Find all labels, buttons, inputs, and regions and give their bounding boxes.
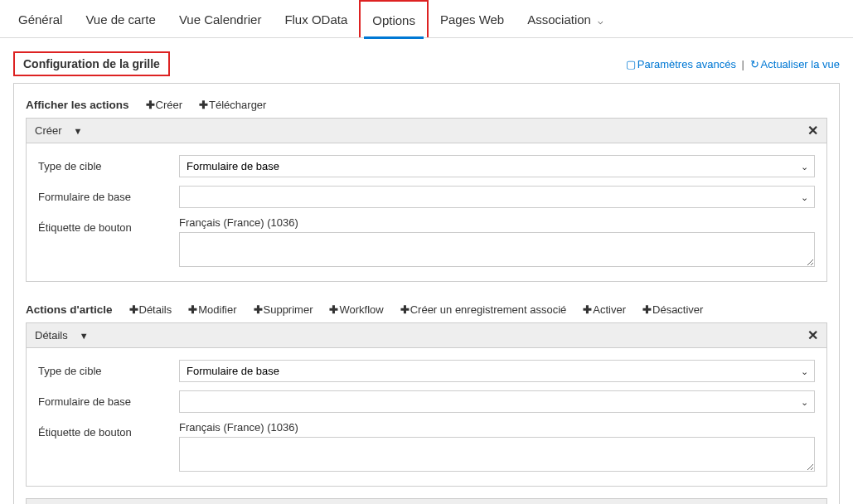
plus-icon: ✚ <box>400 303 410 316</box>
main-content: Configuration de la grille ▢Paramètres a… <box>0 51 853 504</box>
form-row-button-label: Étiquette de bouton Français (France) (1… <box>38 216 815 269</box>
plus-icon: ✚ <box>146 99 155 111</box>
tab-map[interactable]: Vue de carte <box>74 1 167 36</box>
view-actions-title: Afficher les actions <box>26 99 129 111</box>
details-collapse-title: Détails <box>35 329 68 342</box>
form-row-base-form: Formulaire de base ⌄ <box>38 186 815 208</box>
add-activate-label: Activer <box>593 303 626 316</box>
form-row-target-type: Type de cible ⌄ <box>38 155 815 177</box>
add-details-button[interactable]: ✚Détails <box>129 303 172 316</box>
target-type-label-2: Type de cible <box>38 360 179 377</box>
plus-icon: ✚ <box>188 303 197 316</box>
plus-icon: ✚ <box>583 303 592 316</box>
add-download-label: Télécharger <box>209 99 266 111</box>
button-label-label: Étiquette de bouton <box>38 216 179 234</box>
add-create-assoc-button[interactable]: ✚Créer un enregistrement associé <box>400 303 567 316</box>
base-form-label: Formulaire de base <box>38 186 179 203</box>
caret-down-icon: ▼ <box>80 331 89 341</box>
tab-bar: Général Vue de carte Vue Calendrier Flux… <box>0 0 853 38</box>
add-deactivate-button[interactable]: ✚Désactiver <box>642 303 703 316</box>
plus-icon: ✚ <box>129 303 138 316</box>
view-actions-row: Afficher les actions ✚Créer ✚Télécharger <box>26 99 827 111</box>
form-row-button-label-2: Étiquette de bouton Français (France) (1… <box>38 421 815 474</box>
refresh-view-label: Actualiser la vue <box>761 58 840 70</box>
refresh-icon: ↻ <box>750 58 759 70</box>
plus-icon: ✚ <box>199 99 208 111</box>
item-actions-title: Actions d'article <box>26 303 113 316</box>
add-download-button[interactable]: ✚Télécharger <box>199 99 266 111</box>
plus-icon: ✚ <box>642 303 652 316</box>
add-create-assoc-label: Créer un enregistrement associé <box>410 303 567 316</box>
config-panel: Afficher les actions ✚Créer ✚Télécharger… <box>13 83 840 504</box>
settings-box-icon: ▢ <box>626 58 636 70</box>
add-workflow-label: Workflow <box>339 303 383 316</box>
add-create-label: Créer <box>156 99 183 111</box>
tab-association-label: Association <box>527 12 591 27</box>
button-label-textarea-2[interactable] <box>179 437 815 472</box>
language-label-2: Français (France) (1036) <box>179 421 815 434</box>
create-collapse-body: Type de cible ⌄ Formulaire de base ⌄ Éti… <box>26 143 827 282</box>
tab-association[interactable]: Association ⌵ <box>516 1 615 36</box>
base-form-select[interactable] <box>179 186 815 208</box>
caret-down-icon: ▼ <box>74 126 83 136</box>
item-actions-row: Actions d'article ✚Détails ✚Modifier ✚Su… <box>26 303 827 316</box>
advanced-settings-label: Paramètres avancés <box>637 58 736 70</box>
tab-options[interactable]: Options <box>359 0 429 37</box>
add-delete-label: Supprimer <box>264 303 313 316</box>
header-links: ▢Paramètres avancés | ↻Actualiser la vue <box>626 58 840 70</box>
target-type-select-2[interactable] <box>179 360 815 382</box>
close-icon[interactable]: ✕ <box>807 123 818 138</box>
tab-odata[interactable]: Flux OData <box>273 1 359 36</box>
separator: | <box>742 58 744 70</box>
target-type-select[interactable] <box>179 155 815 177</box>
tab-calendar[interactable]: Vue Calendrier <box>167 1 274 36</box>
grid-config-heading: Configuration de la grille <box>13 51 170 76</box>
add-delete-button[interactable]: ✚Supprimer <box>254 303 313 316</box>
add-activate-button[interactable]: ✚Activer <box>583 303 626 316</box>
create-collapse-header[interactable]: Créer ▼ ✕ <box>26 118 827 143</box>
close-icon[interactable]: ✕ <box>807 327 818 343</box>
form-row-target-type-2: Type de cible ⌄ <box>38 360 815 382</box>
button-label-textarea[interactable] <box>179 232 815 267</box>
details-collapse-body: Type de cible ⌄ Formulaire de base ⌄ Éti… <box>26 348 827 487</box>
replace-columns-bar[interactable]: Remplacer les attributs de colonne ▶ <box>26 498 827 504</box>
add-modify-button[interactable]: ✚Modifier <box>188 303 236 316</box>
form-row-base-form-2: Formulaire de base ⌄ <box>38 390 815 413</box>
add-deactivate-label: Désactiver <box>652 303 703 316</box>
tab-general[interactable]: Général <box>7 1 74 36</box>
button-label-label-2: Étiquette de bouton <box>38 421 179 439</box>
refresh-view-link[interactable]: ↻Actualiser la vue <box>750 58 840 70</box>
add-details-label: Détails <box>139 303 172 316</box>
language-label: Français (France) (1036) <box>179 216 815 229</box>
add-create-button[interactable]: ✚Créer <box>146 99 183 111</box>
tab-webpages[interactable]: Pages Web <box>429 1 516 36</box>
add-modify-label: Modifier <box>198 303 236 316</box>
add-workflow-button[interactable]: ✚Workflow <box>329 303 383 316</box>
header-row: Configuration de la grille ▢Paramètres a… <box>13 51 840 76</box>
target-type-label: Type de cible <box>38 155 179 172</box>
base-form-select-2[interactable] <box>179 390 815 413</box>
chevron-down-icon: ⌵ <box>598 16 603 26</box>
create-collapse-title: Créer <box>35 124 62 137</box>
plus-icon: ✚ <box>329 303 338 316</box>
details-collapse-header[interactable]: Détails ▼ ✕ <box>26 322 827 348</box>
plus-icon: ✚ <box>254 303 263 316</box>
advanced-settings-link[interactable]: ▢Paramètres avancés <box>626 58 736 70</box>
base-form-label-2: Formulaire de base <box>38 390 179 408</box>
